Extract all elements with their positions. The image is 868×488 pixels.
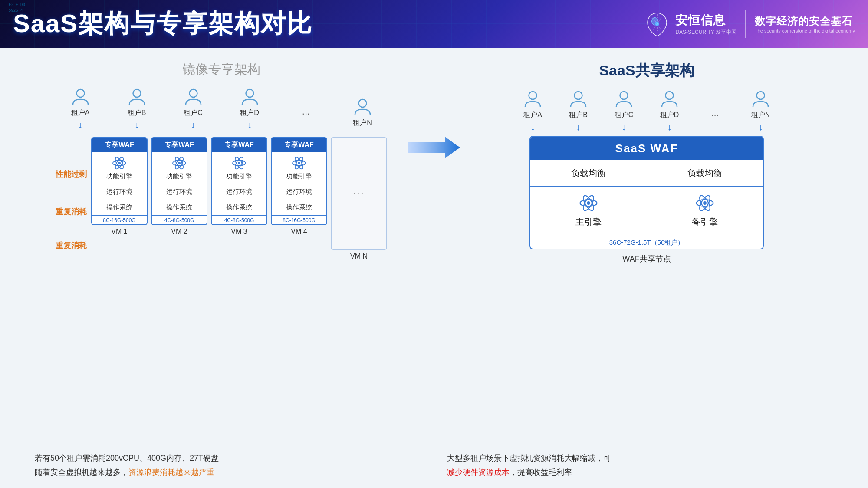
tenant-d-icon: [240, 87, 260, 107]
saas-lb1-label: 负载均衡: [571, 167, 606, 179]
vm1-engine-section: 功能引擎: [92, 152, 147, 184]
logo-text-block: 安恒信息 DAS-SECURITY 发至中国: [675, 12, 736, 36]
saas-backup-engine: 备引擎: [647, 187, 763, 235]
vm4-engine-section: 功能引擎: [272, 152, 326, 184]
saas-primary-engine: 主引擎: [530, 187, 647, 235]
tenant-n-icon: [353, 97, 372, 117]
svg-point-23: [529, 92, 537, 99]
vmn-dots: ···: [353, 188, 365, 199]
logo-divider: [745, 10, 746, 38]
svg-point-35: [703, 201, 707, 205]
svg-point-26: [666, 92, 674, 99]
bottom-right-line1: 大型多租户场景下虚拟机资源消耗大幅缩减，可: [447, 451, 833, 465]
saas-lb1: 负载均衡: [530, 160, 647, 186]
bottom-left-line1: 若有50个租户需消耗200vCPU、400G内存、27T硬盘: [35, 451, 421, 465]
vm1-column: 专享WAF 功能引擎 运行: [91, 137, 148, 262]
svg-point-4: [189, 89, 197, 97]
left-tenant-a-label: 租户A: [71, 108, 90, 118]
bottom-section: 若有50个租户需消耗200vCPU、400G内存、27T硬盘 随着安全虚拟机越来…: [0, 447, 868, 488]
saas-lb2: 负载均衡: [647, 160, 763, 186]
side-label-repeated2: 重复消耗: [56, 229, 87, 262]
right-tenant-d: 租户D ↓: [647, 89, 692, 132]
right-tenant-c: 租户C ↓: [601, 89, 647, 132]
vm1-runtime-section: 运行环境: [92, 184, 147, 200]
vm1-label: VM 1: [111, 228, 127, 236]
left-tenant-d-label: 租户D: [240, 108, 259, 118]
bottom-left-line2-text: 随着安全虚拟机越来越多，: [35, 468, 128, 477]
vm4-header: 专享WAF: [272, 138, 326, 152]
left-tenant-n: 租户N: [334, 97, 391, 130]
vmn-box: ···: [331, 137, 387, 250]
vm3-engine-label: 功能引擎: [226, 172, 252, 180]
left-side-labels: 性能过剩 重复消耗 重复消耗: [56, 137, 87, 262]
right-tenant-b: 租户B ↓: [556, 89, 601, 132]
side-label-performance: 性能过剩: [56, 154, 87, 195]
bottom-text-right: 大型多租户场景下虚拟机资源消耗大幅缩减，可 减少硬件资源成本，提高收益毛利率: [447, 451, 833, 479]
vm4-specs: 8C-16G-500G: [272, 216, 326, 224]
saas-node-label: WAF共享节点: [618, 253, 675, 268]
left-tenant-c: 租户C ↓: [165, 87, 221, 130]
saas-engines-row: 主引擎 备引擎: [530, 187, 763, 235]
vm4-os-label: 操作系统: [286, 203, 312, 212]
svg-point-3: [133, 89, 141, 97]
right-tenants-row: 租户A ↓ 租户B ↓ 租户C ↓: [510, 89, 783, 132]
bottom-left-highlight: 资源浪费消耗越来越严重: [128, 468, 214, 477]
left-tenant-n-label: 租户N: [353, 118, 372, 128]
right-tenant-a-icon: [523, 89, 542, 109]
svg-point-5: [246, 89, 253, 97]
left-tenant-c-label: 租户C: [184, 108, 203, 118]
vm3-engine-section: 功能引擎: [212, 152, 266, 184]
vm3-box: 专享WAF 功能引擎 运行: [211, 137, 267, 225]
saas-backup-engine-icon: [695, 193, 714, 213]
saas-backup-engine-label: 备引擎: [692, 216, 718, 228]
left-panel: 镜像专享架构 租户A ↓ 租: [22, 61, 421, 438]
right-tenant-d-label: 租户D: [660, 111, 679, 120]
vmn-label: VM N: [350, 252, 368, 260]
vm3-runtime-section: 运行环境: [212, 184, 266, 200]
vm4-runtime-section: 运行环境: [272, 184, 326, 200]
svg-point-24: [575, 92, 582, 99]
vm4-os-section: 操作系统: [272, 200, 326, 216]
svg-point-6: [358, 99, 366, 107]
right-tenant-b-icon: [569, 89, 588, 109]
vm1-engine-icon: [112, 156, 127, 170]
left-tenant-a-arrow: ↓: [78, 120, 82, 130]
side-label-repeated1: 重复消耗: [56, 195, 87, 229]
vm1-os-label: 操作系统: [106, 203, 132, 212]
vm1-runtime-label: 运行环境: [106, 188, 132, 196]
left-tenant-b-arrow: ↓: [135, 120, 139, 130]
right-tenant-d-arrow: ↓: [667, 122, 672, 132]
bottom-right-line1-text: 大型多租户场景下虚拟机资源消耗大幅缩减，可: [447, 454, 611, 462]
main-content: 镜像专享架构 租户A ↓ 租: [0, 48, 868, 488]
vm4-label: VM 4: [291, 228, 307, 236]
svg-point-18: [238, 162, 240, 164]
svg-point-2: [76, 89, 84, 97]
right-tenant-n-icon: [751, 89, 770, 109]
logo-brand: DAS-SECURITY 发至中国: [675, 29, 736, 36]
left-tenant-b: 租户B ↓: [108, 87, 165, 130]
vm2-engine-label: 功能引擎: [166, 172, 192, 180]
right-tenant-dots-symbol: ···: [711, 110, 719, 121]
svg-point-31: [587, 201, 590, 205]
bottom-right-line2-text: ，提高收益毛利率: [510, 468, 572, 477]
right-tenant-b-label: 租户B: [569, 111, 588, 120]
vm3-engine-icon: [232, 156, 247, 170]
left-panel-title: 镜像专享架构: [182, 61, 260, 79]
left-tenant-dots-label: ···: [302, 108, 310, 119]
saas-lb-row: 负载均衡 负载均衡: [530, 160, 763, 187]
saas-specs: 36C-72G-1.5T（50租户）: [530, 235, 763, 249]
right-tenant-c-arrow: ↓: [622, 122, 626, 132]
vm2-os-label: 操作系统: [166, 203, 192, 212]
vm3-specs: 4C-8G-500G: [212, 216, 266, 224]
bottom-left-line2: 随着安全虚拟机越来越多，资源浪费消耗越来越严重: [35, 465, 421, 479]
left-tenants-row: 租户A ↓ 租户B ↓: [52, 87, 391, 130]
saas-waf-container: SaaS WAF 负载均衡 负载均衡: [529, 136, 764, 249]
left-tenant-b-label: 租户B: [128, 108, 146, 118]
vm2-engine-section: 功能引擎: [152, 152, 207, 184]
saas-waf-body: 负载均衡 负载均衡: [530, 160, 763, 249]
tenant-c-icon: [184, 87, 203, 107]
right-panel-title: SaaS共享架构: [599, 61, 694, 81]
svg-marker-1: [408, 137, 460, 158]
vm3-runtime-label: 运行环境: [226, 188, 252, 196]
tenant-a-icon: [71, 87, 90, 107]
